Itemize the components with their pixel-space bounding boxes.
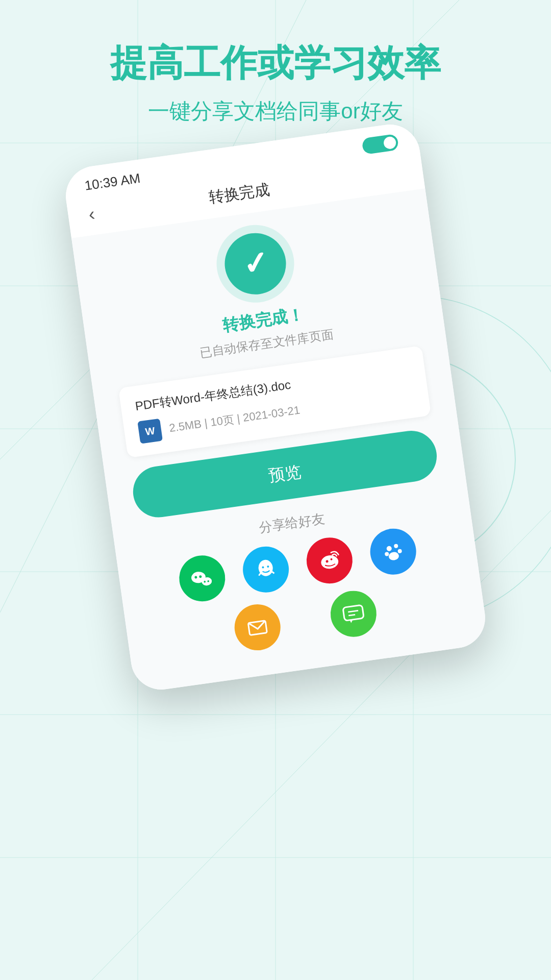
svg-point-28: [397, 549, 402, 553]
file-meta: 2.5MB | 10页 | 2021-03-21: [168, 403, 301, 436]
header-title: 提高工作或学习效率: [31, 41, 520, 85]
share-wechat-button[interactable]: [177, 552, 229, 604]
share-qq-button[interactable]: [240, 544, 292, 596]
phone-content: ✓ 转换完成！ 已自动保存至文件库页面 PDF转Word-年终总结(3).doc…: [71, 188, 489, 694]
svg-point-29: [385, 552, 389, 556]
svg-line-34: [348, 615, 355, 616]
svg-point-26: [386, 546, 392, 551]
status-time: 10:39 AM: [84, 170, 141, 193]
word-icon: W: [137, 419, 163, 444]
success-circle: ✓: [221, 229, 290, 299]
header-subtitle: 一键分享文档给同事or好友: [31, 97, 520, 126]
svg-rect-32: [343, 605, 364, 621]
svg-point-30: [388, 551, 399, 561]
phone-mockup: 10:39 AM ‹ 转换完成 ✓ 转换完成！ 已自动保存至文件库页面 PDF转…: [62, 120, 489, 693]
share-baidu-button[interactable]: [367, 526, 419, 578]
checkmark-icon: ✓: [241, 247, 270, 281]
svg-point-27: [394, 544, 398, 548]
status-toggle[interactable]: [361, 134, 399, 155]
svg-line-33: [348, 610, 358, 612]
share-msg-button[interactable]: [328, 588, 380, 640]
share-weibo-button[interactable]: [304, 534, 356, 586]
share-email-button[interactable]: [232, 601, 284, 653]
svg-point-23: [320, 554, 339, 570]
